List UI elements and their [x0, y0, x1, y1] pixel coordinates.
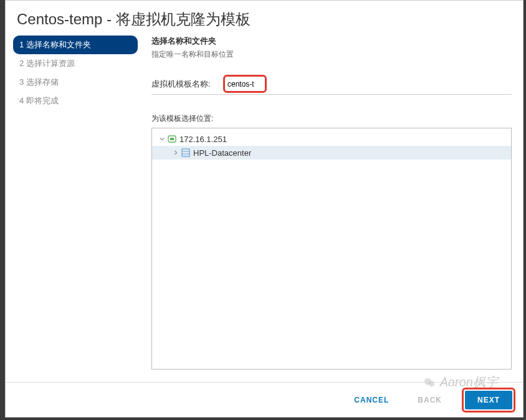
- location-label: 为该模板选择位置:: [151, 113, 512, 124]
- svg-rect-2: [182, 149, 189, 156]
- template-name-label: 虚拟机模板名称:: [151, 79, 223, 90]
- datacenter-icon: [181, 148, 191, 158]
- dialog-body: 1 选择名称和文件夹 2 选择计算资源 3 选择存储 4 即将完成 选择名称和文…: [6, 36, 523, 370]
- panel-heading: 选择名称和文件夹: [151, 36, 512, 47]
- cancel-button[interactable]: CANCEL: [345, 391, 398, 409]
- step-3-storage: 3 选择存储: [13, 73, 138, 92]
- step-content: 选择名称和文件夹 指定唯一名称和目标位置 虚拟机模板名称: 为该模板选择位置:: [138, 36, 515, 370]
- chevron-right-icon[interactable]: [172, 150, 179, 155]
- vcenter-icon: [167, 134, 177, 144]
- step-1-name-folder[interactable]: 1 选择名称和文件夹: [13, 36, 138, 54]
- highlight-box-name: [223, 75, 267, 93]
- next-button[interactable]: NEXT: [465, 391, 512, 409]
- dialog-title: Centos-temp - 将虚拟机克隆为模板: [6, 1, 523, 36]
- clone-to-template-dialog: Centos-temp - 将虚拟机克隆为模板 1 选择名称和文件夹 2 选择计…: [5, 0, 524, 418]
- tree-node-label: 172.16.1.251: [179, 135, 227, 144]
- tree-node-label: HPL-Datacenter: [193, 148, 251, 158]
- step-4-ready: 4 即将完成: [13, 92, 138, 110]
- wizard-steps: 1 选择名称和文件夹 2 选择计算资源 3 选择存储 4 即将完成: [13, 36, 138, 370]
- location-tree[interactable]: 172.16.1.251 HPL-Datacenter: [151, 128, 512, 370]
- template-name-row: 虚拟机模板名称:: [151, 75, 512, 95]
- tree-row-datacenter[interactable]: HPL-Datacenter: [152, 146, 511, 160]
- back-button: BACK: [409, 391, 451, 409]
- panel-subheading: 指定唯一名称和目标位置: [151, 49, 512, 60]
- highlight-box-next: NEXT: [462, 388, 515, 413]
- dialog-footer: CANCEL BACK NEXT: [6, 382, 523, 417]
- template-name-input[interactable]: [226, 79, 264, 90]
- tree-row-vcenter[interactable]: 172.16.1.251: [152, 132, 511, 146]
- step-2-compute: 2 选择计算资源: [13, 54, 138, 73]
- chevron-down-icon[interactable]: [158, 136, 166, 141]
- svg-rect-1: [170, 138, 174, 140]
